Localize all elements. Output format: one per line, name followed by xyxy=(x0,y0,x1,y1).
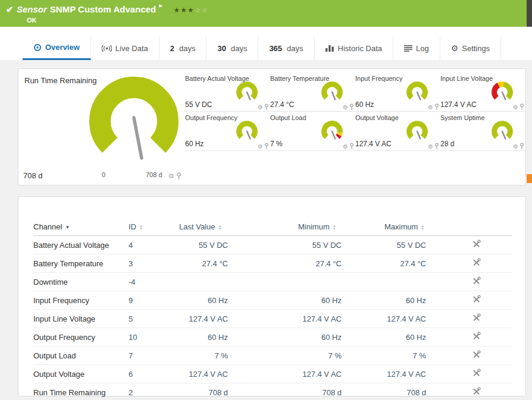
channel-settings-icon[interactable] xyxy=(472,258,481,269)
tab-label: days xyxy=(179,44,195,53)
row-output-load[interactable]: Output Load77 %7 %7 % xyxy=(33,347,512,365)
row-output-frequency[interactable]: Output Frequency1060 Hz60 Hz60 Hz xyxy=(33,328,512,347)
gauge-value: 127.4 V AC xyxy=(355,140,392,148)
channel-id: -4 xyxy=(129,273,179,291)
gauge-dial xyxy=(403,81,431,105)
gear-icon[interactable]: ⚙ xyxy=(343,143,348,150)
tab-overview[interactable]: Overview xyxy=(23,36,91,60)
gear-icon[interactable]: ⚙ xyxy=(513,143,518,150)
column-header-channel[interactable]: Channel▼ xyxy=(33,219,129,236)
tab-2-days[interactable]: 2days xyxy=(159,36,207,60)
channel-last-value: 127.4 V AC xyxy=(179,310,298,328)
column-header-minimum[interactable]: Minimum▲▼ xyxy=(298,219,384,236)
channel-maximum xyxy=(384,273,471,291)
content-area: Run Time Remaining 708 d 0 708 d ⚙ Batte… xyxy=(0,60,532,396)
channel-name: Battery Temperature xyxy=(33,254,129,273)
column-header-id[interactable]: ID▲▼ xyxy=(129,219,179,236)
gauge-icons: ⚙ xyxy=(428,143,439,150)
gauge-value: 60 Hz xyxy=(185,140,204,148)
gauge-battery-actual-voltage: Battery Actual Voltage55 V DC⚙ xyxy=(185,73,270,112)
right-edge-orange-marker xyxy=(527,174,532,183)
tab-30-days[interactable]: 30days xyxy=(206,36,258,60)
pin-icon[interactable] xyxy=(520,143,524,150)
gauge-icons: ⚙ xyxy=(343,143,354,150)
channel-settings-icon[interactable] xyxy=(472,332,481,342)
row-input-line-voltage[interactable]: Input Line Voltage5127.4 V AC127.4 V AC1… xyxy=(33,310,512,328)
tab-log[interactable]: Log xyxy=(393,36,440,60)
channel-minimum: 55 V DC xyxy=(298,236,384,254)
gauge-icons: ⚙ xyxy=(513,103,524,111)
small-gauges-grid: Battery Actual Voltage55 V DC⚙Battery Te… xyxy=(185,73,525,151)
gauge-icons: ⚙ xyxy=(258,143,269,150)
channel-minimum: 708 d xyxy=(298,383,384,400)
gear-icon[interactable]: ⚙ xyxy=(168,172,174,180)
channel-settings-icon[interactable] xyxy=(472,313,481,324)
row-battery-actual-voltage[interactable]: Battery Actual Voltage455 V DC55 V DC55 … xyxy=(33,236,512,254)
channel-name: Downtime xyxy=(33,273,129,291)
gauge-dial xyxy=(233,81,261,105)
gear-icon[interactable]: ⚙ xyxy=(428,104,433,111)
main-gauge-value: 708 d xyxy=(23,171,43,180)
sort-icon: ▲▼ xyxy=(218,225,221,231)
page-title: SNMP Custom Advanced xyxy=(50,4,156,14)
gauge-value: 27.4 °C xyxy=(270,100,294,109)
gauge-input-frequency: Input Frequency60 Hz⚙ xyxy=(355,73,440,112)
row-downtime[interactable]: Downtime-4 xyxy=(33,273,512,291)
channel-last-value: 55 V DC xyxy=(179,236,298,254)
main-gauge-dial xyxy=(85,71,186,171)
tab-365-days[interactable]: 365days xyxy=(258,36,314,60)
column-label: Last Value xyxy=(179,222,215,231)
pin-icon[interactable] xyxy=(349,143,354,150)
pin-icon[interactable] xyxy=(434,143,439,150)
row-run-time-remaining[interactable]: Run Time Remaining2708 d708 d708 d xyxy=(33,383,512,400)
gear-icon[interactable]: ⚙ xyxy=(428,143,433,150)
channel-maximum: 708 d xyxy=(384,383,471,400)
channel-settings-icon[interactable] xyxy=(472,276,481,287)
column-header-maximum[interactable]: Maximum▲▼ xyxy=(384,219,471,236)
gear-icon[interactable]: ⚙ xyxy=(513,104,518,111)
pin-icon[interactable] xyxy=(520,103,524,111)
row-input-frequency[interactable]: Input Frequency960 Hz60 Hz60 Hz xyxy=(33,291,512,310)
row-battery-temperature[interactable]: Battery Temperature327.4 °C27.4 °C27.4 °… xyxy=(33,254,512,273)
gear-icon[interactable]: ⚙ xyxy=(258,143,263,150)
gauge-dial xyxy=(489,81,516,105)
channel-settings-icon[interactable] xyxy=(472,350,481,361)
tab-historic-data[interactable]: Historic Data xyxy=(315,36,393,60)
pin-icon[interactable] xyxy=(264,103,269,111)
gauge-dial xyxy=(233,120,261,144)
channel-id: 9 xyxy=(129,291,179,310)
channel-settings-icon[interactable] xyxy=(472,368,481,379)
gauges-panel: Run Time Remaining 708 d 0 708 d ⚙ Batte… xyxy=(18,68,526,185)
gauge-icons: ⚙ xyxy=(513,143,524,150)
gear-icon[interactable]: ⚙ xyxy=(258,104,263,111)
flag-icon[interactable]: ⚑ xyxy=(158,4,162,10)
channel-name: Input Frequency xyxy=(33,291,129,310)
status-check-icon: ✔ xyxy=(6,4,14,15)
channel-settings-icon[interactable] xyxy=(472,387,481,398)
sensor-title-line: SensorSNMP Custom Advanced⚑ ★★★☆☆ xyxy=(17,4,208,14)
column-header-last-value[interactable]: Last Value▲▼ xyxy=(179,219,298,236)
sensor-header: ✔ SensorSNMP Custom Advanced⚑ ★★★☆☆ OK xyxy=(0,0,532,27)
channel-last-value: 708 d xyxy=(179,383,298,400)
pin-icon[interactable] xyxy=(434,103,439,111)
column-label: Minimum xyxy=(298,222,330,231)
priority-stars[interactable]: ★★★☆☆ xyxy=(173,6,208,14)
gear-icon[interactable]: ⚙ xyxy=(343,104,348,111)
gauge-icons: ⚙ xyxy=(258,103,269,111)
gauge-dial xyxy=(318,81,346,105)
pin-icon[interactable] xyxy=(264,143,269,150)
tab-settings[interactable]: ⚙Settings xyxy=(440,36,502,60)
row-output-voltage[interactable]: Output Voltage6127.4 V AC127.4 V AC127.4… xyxy=(33,365,512,383)
gauge-input-line-voltage: Input Line Voltage127.4 V AC⚙ xyxy=(440,73,525,112)
tab-number: 2 xyxy=(170,44,174,53)
channel-minimum: 127.4 V AC xyxy=(298,365,384,383)
tab-live-data[interactable]: Live Data xyxy=(91,36,159,60)
channel-settings-icon[interactable] xyxy=(472,295,481,305)
pin-icon[interactable] xyxy=(349,103,354,111)
sensor-kind-label: Sensor xyxy=(17,4,47,14)
tab-zone: OverviewLive Data2days30days365daysHisto… xyxy=(0,27,532,60)
pin-icon[interactable] xyxy=(176,172,181,180)
channel-settings-icon[interactable] xyxy=(472,240,481,250)
channel-id: 10 xyxy=(129,328,179,347)
gauge-output-voltage: Output Voltage127.4 V AC⚙ xyxy=(355,112,440,151)
